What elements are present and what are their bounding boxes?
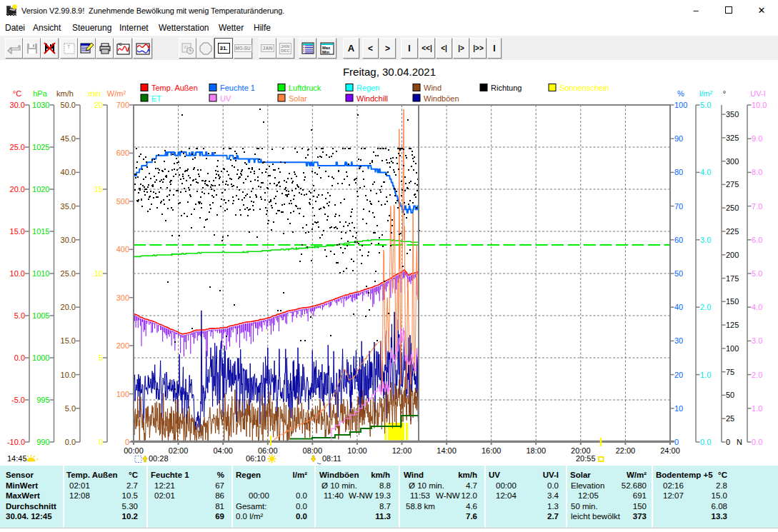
svg-text:100: 100 bbox=[674, 101, 687, 109]
svg-text:l/m²: l/m² bbox=[699, 89, 713, 98]
svg-text:200: 200 bbox=[726, 251, 739, 259]
svg-text:T: T bbox=[67, 44, 71, 49]
svg-text:175: 175 bbox=[726, 274, 739, 283]
svg-text:6.0: 6.0 bbox=[752, 236, 762, 244]
svg-text:300: 300 bbox=[726, 157, 739, 166]
svg-text:04:00: 04:00 bbox=[213, 446, 233, 455]
svg-text:0: 0 bbox=[125, 438, 129, 446]
svg-text:40.0: 40.0 bbox=[61, 168, 76, 176]
svg-text:08:11: 08:11 bbox=[322, 454, 341, 463]
svg-text:20.0: 20.0 bbox=[10, 185, 25, 194]
svg-text:325: 325 bbox=[726, 134, 739, 142]
svg-text:00:28: 00:28 bbox=[149, 454, 169, 463]
svg-text:990: 990 bbox=[36, 438, 49, 446]
svg-text:0: 0 bbox=[674, 438, 679, 446]
svg-text:3.0: 3.0 bbox=[752, 336, 762, 345]
svg-text:30.0: 30.0 bbox=[10, 101, 25, 109]
svg-text:10.0: 10.0 bbox=[10, 269, 25, 278]
svg-text:150: 150 bbox=[726, 297, 739, 306]
svg-text:8.0: 8.0 bbox=[752, 168, 762, 176]
svg-text:250: 250 bbox=[726, 204, 739, 212]
svg-text:7.0: 7.0 bbox=[752, 202, 762, 211]
svg-text:15: 15 bbox=[94, 185, 103, 194]
svg-text:W/m²: W/m² bbox=[107, 89, 126, 98]
svg-text:UV-I: UV-I bbox=[750, 89, 765, 98]
svg-text:225: 225 bbox=[726, 227, 739, 236]
svg-text:°C: °C bbox=[118, 42, 122, 46]
svg-text:0.0: 0.0 bbox=[65, 438, 76, 446]
svg-text:30.0: 30.0 bbox=[61, 236, 76, 244]
svg-text:4.0: 4.0 bbox=[700, 168, 711, 176]
svg-text:400: 400 bbox=[116, 245, 129, 254]
svg-text:2.0: 2.0 bbox=[700, 303, 711, 311]
svg-text:14:00: 14:00 bbox=[437, 446, 457, 455]
svg-text:700: 700 bbox=[116, 101, 129, 109]
svg-text:3.0: 3.0 bbox=[700, 236, 711, 244]
svg-text:-5.0: -5.0 bbox=[11, 396, 25, 404]
svg-text:00:00: 00:00 bbox=[124, 446, 144, 455]
svg-text:Wind: Wind bbox=[424, 84, 442, 92]
svg-text:08:00: 08:00 bbox=[303, 446, 323, 455]
svg-text:16:00: 16:00 bbox=[482, 446, 502, 455]
svg-text:Regen: Regen bbox=[356, 84, 379, 92]
svg-text:25.0: 25.0 bbox=[61, 269, 76, 278]
svg-text:5.0: 5.0 bbox=[14, 311, 25, 320]
svg-text:80: 80 bbox=[674, 168, 683, 176]
svg-text:Freitag, 30.04.2021: Freitag, 30.04.2021 bbox=[343, 66, 436, 78]
svg-text:1000: 1000 bbox=[32, 353, 49, 362]
svg-text:4.0: 4.0 bbox=[752, 303, 762, 311]
svg-text:10: 10 bbox=[94, 269, 103, 278]
svg-text:100: 100 bbox=[116, 390, 129, 398]
svg-text:UV: UV bbox=[220, 94, 231, 103]
svg-text:5.0: 5.0 bbox=[65, 404, 76, 413]
svg-text:02:00: 02:00 bbox=[169, 446, 189, 455]
svg-text:25: 25 bbox=[726, 414, 734, 423]
svg-text:25.0: 25.0 bbox=[10, 143, 25, 151]
svg-text:-10.0: -10.0 bbox=[7, 438, 25, 446]
svg-text:995: 995 bbox=[36, 396, 49, 404]
svg-text:Luftdruck: Luftdruck bbox=[289, 84, 321, 92]
svg-text:1015: 1015 bbox=[32, 227, 49, 236]
svg-text:10:00: 10:00 bbox=[347, 446, 367, 455]
svg-text:20.0: 20.0 bbox=[61, 303, 76, 311]
svg-text:5: 5 bbox=[99, 353, 103, 362]
svg-text:Richtung: Richtung bbox=[491, 84, 522, 92]
svg-text:km/h: km/h bbox=[56, 89, 74, 98]
svg-text:100: 100 bbox=[726, 344, 739, 353]
svg-text:15.0: 15.0 bbox=[61, 336, 76, 345]
svg-text:0.0: 0.0 bbox=[14, 353, 25, 362]
svg-text:Windböen: Windböen bbox=[424, 94, 459, 103]
svg-text:°: ° bbox=[723, 89, 726, 98]
svg-text:300: 300 bbox=[116, 293, 129, 302]
svg-text:%: % bbox=[677, 89, 684, 98]
svg-text:5.0: 5.0 bbox=[752, 269, 762, 278]
svg-text:0.0: 0.0 bbox=[700, 438, 711, 446]
svg-text:06:10: 06:10 bbox=[246, 454, 266, 463]
svg-text:Windchill: Windchill bbox=[356, 94, 388, 103]
svg-text:22:00: 22:00 bbox=[616, 446, 636, 455]
svg-text:24:00: 24:00 bbox=[660, 446, 680, 455]
svg-text:200: 200 bbox=[116, 341, 129, 350]
svg-text:ET: ET bbox=[151, 94, 161, 103]
svg-text:Feuchte 1: Feuchte 1 bbox=[220, 84, 255, 92]
svg-text:10.0: 10.0 bbox=[752, 101, 767, 109]
svg-text:1020: 1020 bbox=[32, 185, 49, 194]
svg-text:0.0: 0.0 bbox=[752, 438, 762, 446]
svg-text:70: 70 bbox=[674, 202, 683, 211]
svg-text:1025: 1025 bbox=[32, 143, 49, 151]
svg-text:10.0: 10.0 bbox=[61, 371, 76, 379]
svg-text:2.0: 2.0 bbox=[752, 371, 762, 379]
svg-text:12:00: 12:00 bbox=[392, 446, 412, 455]
svg-text:hPa: hPa bbox=[33, 89, 47, 98]
svg-text:90: 90 bbox=[674, 134, 683, 143]
svg-text:50: 50 bbox=[726, 391, 734, 399]
svg-text:500: 500 bbox=[116, 197, 129, 206]
svg-text:40: 40 bbox=[674, 303, 683, 311]
svg-text:Solar: Solar bbox=[289, 94, 307, 103]
svg-text:Sonnenschein: Sonnenschein bbox=[559, 84, 609, 92]
svg-text:350: 350 bbox=[726, 110, 739, 119]
svg-text:N: N bbox=[737, 438, 742, 446]
svg-text:15.0: 15.0 bbox=[10, 227, 25, 236]
svg-text:60: 60 bbox=[674, 236, 683, 244]
svg-text:50.0: 50.0 bbox=[61, 101, 76, 109]
